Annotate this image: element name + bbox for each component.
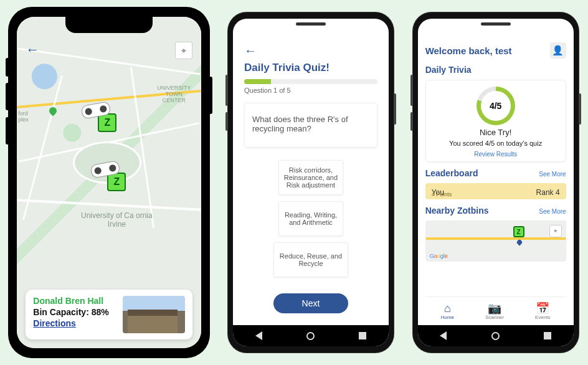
speaker: [481, 22, 511, 26]
tab-events[interactable]: 📅 Events: [535, 303, 550, 320]
bin-info-card: Donald Bren Hall Bin Capacity: 88% Direc…: [26, 290, 192, 339]
side-button: [6, 117, 9, 145]
map-poi-pin[interactable]: [48, 106, 59, 116]
score-ring: 4/5: [477, 87, 515, 125]
bottom-tabbar: ⌂ Home 📷 Scanner 📅 Events: [425, 296, 566, 325]
map-label-uci: University of Ca ornia Irvine: [79, 211, 154, 229]
next-button[interactable]: Next: [273, 293, 348, 313]
speaker: [296, 22, 326, 26]
see-more-link[interactable]: See More: [539, 208, 566, 215]
google-logo: Google: [430, 253, 448, 259]
zotbin-marker[interactable]: Z: [513, 226, 524, 237]
phone-home: Welcome back, test 👤 Daily Trivia 4/5 Ni…: [413, 12, 579, 353]
quiz-title: Daily Trivia Quiz!: [244, 62, 377, 74]
section-title: Daily Trivia: [425, 65, 472, 75]
home-header: Welcome back, test 👤: [425, 42, 566, 59]
trivia-headline: Nice Try!: [480, 128, 511, 137]
section-nearby-header: Nearby Zotbins See More: [425, 206, 566, 216]
side-button: [225, 112, 228, 131]
back-arrow-icon[interactable]: ←: [26, 42, 39, 58]
status-bar: [418, 19, 574, 35]
nav-home-icon[interactable]: [491, 332, 500, 340]
answer-options: Risk corridors, Reinsurance, and Risk ad…: [244, 160, 377, 277]
side-button: [394, 93, 396, 125]
nav-back-icon[interactable]: [440, 331, 447, 340]
tab-scanner[interactable]: 📷 Scanner: [485, 303, 504, 320]
quiz-progress: [244, 79, 377, 84]
tab-label: Scanner: [485, 315, 504, 320]
bin-capacity: Bin Capacity: 88%: [33, 307, 116, 317]
leaderboard-rank: Rank 4: [536, 188, 560, 197]
android-navbar: [418, 325, 574, 346]
map-label-town-center: UNIVERSITY TOWN CENTER: [155, 85, 192, 104]
score-text: 4/5: [481, 91, 511, 121]
answer-option[interactable]: Risk corridors, Reinsurance, and Risk ad…: [278, 160, 343, 195]
camera-icon: 📷: [488, 303, 501, 314]
map-label-ford: ford plex: [18, 110, 29, 123]
calendar-icon: 📅: [536, 303, 549, 314]
quiz-progress-fill: [244, 79, 271, 84]
side-button: [6, 83, 9, 110]
bin-info-text: Donald Bren Hall Bin Capacity: 88% Direc…: [33, 296, 116, 333]
section-title: Leaderboard: [425, 168, 478, 178]
trivia-card: 4/5 Nice Try! You scored 4/5 on today's …: [425, 80, 566, 162]
side-button: [410, 75, 413, 106]
phone1-screen: Z Z UNIVERSITY TOWN CENTER University of…: [17, 17, 201, 348]
trivia-subtext: You scored 4/5 on today's quiz: [449, 140, 542, 147]
review-results-link[interactable]: Review Results: [474, 151, 517, 158]
answer-option[interactable]: Reduce, Reuse, and Recycle: [273, 242, 348, 277]
bin-title: Donald Bren Hall: [33, 296, 116, 306]
directions-link[interactable]: Directions: [33, 318, 116, 328]
section-title: Nearby Zotbins: [425, 206, 489, 216]
tab-label: Events: [535, 315, 550, 320]
home-icon: ⌂: [444, 303, 451, 314]
welcome-text: Welcome back, test: [425, 45, 512, 56]
notch: [65, 17, 153, 33]
leaderboard-points: 4 Points: [432, 191, 452, 197]
zotbin-marker[interactable]: Z: [98, 113, 116, 132]
locate-button[interactable]: ⌖: [175, 42, 192, 59]
nav-back-icon[interactable]: [255, 331, 262, 340]
question-card: What does the three R's of recycling mea…: [244, 103, 377, 148]
side-button: [579, 93, 581, 125]
bin-photo: [123, 296, 185, 333]
side-button: [209, 77, 212, 114]
nav-home-icon[interactable]: [306, 332, 315, 340]
phone-trivia-quiz: ← Daily Trivia Quiz! Question 1 of 5 Wha…: [228, 12, 394, 353]
map-road: [18, 47, 201, 75]
tab-label: Home: [441, 315, 454, 320]
quiz-body: ← Daily Trivia Quiz! Question 1 of 5 Wha…: [233, 35, 389, 325]
android-navbar: [233, 325, 389, 346]
zotbin-marker[interactable]: Z: [107, 173, 126, 191]
profile-avatar[interactable]: 👤: [550, 42, 566, 59]
locate-button[interactable]: ⌖: [549, 225, 562, 237]
map-road: [22, 75, 63, 220]
section-leaderboard-header: Leaderboard See More: [425, 168, 566, 178]
nav-recent-icon[interactable]: [359, 332, 366, 339]
phone-map: Z Z UNIVERSITY TOWN CENTER University of…: [9, 8, 209, 357]
leaderboard-row-you[interactable]: You Rank 4 4 Points: [425, 183, 566, 199]
home-body: Welcome back, test 👤 Daily Trivia 4/5 Ni…: [418, 35, 574, 325]
side-button: [410, 112, 413, 131]
back-arrow-icon[interactable]: ←: [244, 44, 377, 58]
map-road: [130, 67, 154, 228]
tab-home[interactable]: ⌂ Home: [441, 303, 454, 320]
section-trivia-header: Daily Trivia: [425, 65, 566, 75]
map-road: [426, 237, 566, 240]
nav-recent-icon[interactable]: [544, 332, 551, 339]
see-more-link[interactable]: See More: [539, 171, 566, 178]
nearby-minimap[interactable]: Z ⌖ Google: [425, 220, 566, 262]
side-button: [225, 75, 228, 106]
answer-option[interactable]: Reading, Writing, and Arithmetic: [278, 201, 343, 236]
phone3-screen: Welcome back, test 👤 Daily Trivia 4/5 Ni…: [418, 19, 574, 346]
status-bar: [233, 19, 389, 35]
map-road: [17, 199, 201, 211]
user-location-pin: [516, 239, 523, 245]
question-counter: Question 1 of 5: [244, 87, 377, 94]
side-button: [6, 58, 9, 77]
phone2-screen: ← Daily Trivia Quiz! Question 1 of 5 Wha…: [233, 19, 389, 346]
